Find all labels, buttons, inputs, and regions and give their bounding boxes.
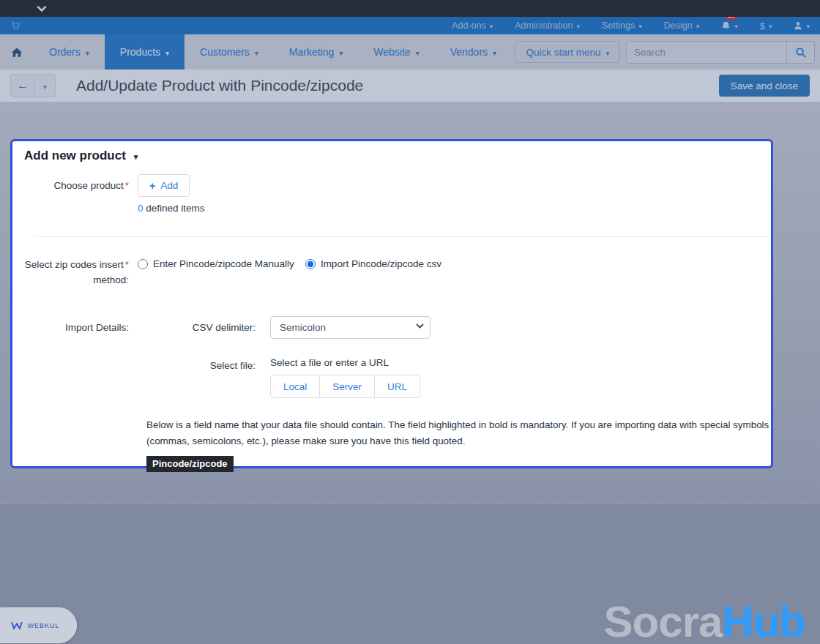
csv-delimiter-select[interactable]: Semicolon <box>270 316 430 339</box>
nav-item-home[interactable] <box>0 34 34 70</box>
menu-item-design[interactable]: Design <box>664 20 699 31</box>
notifications-menu[interactable]: 19 <box>721 20 738 31</box>
caret-down-icon <box>416 46 420 58</box>
caret-down-icon <box>769 20 772 31</box>
search-icon <box>795 47 806 58</box>
add-button-label: Add <box>160 180 178 191</box>
menu-item-administration[interactable]: Administration <box>515 20 580 31</box>
add-product-button[interactable]: + Add <box>138 174 190 197</box>
file-hint-text: Select a file or enter a URL <box>270 357 420 368</box>
nav-item-products[interactable]: Products <box>105 34 184 70</box>
webkul-logo-icon <box>11 621 23 630</box>
caret-down-icon <box>255 46 258 58</box>
back-dropdown-button[interactable] <box>35 75 55 97</box>
menu-item-addons[interactable]: Add-ons <box>452 20 493 31</box>
home-icon <box>12 48 22 57</box>
caret-down-icon <box>134 149 138 163</box>
nav-item-website[interactable]: Website <box>358 34 434 70</box>
caret-down-icon <box>490 20 493 31</box>
nav-item-label: Vendors <box>450 46 488 58</box>
save-and-close-button[interactable]: Save and close <box>719 75 810 97</box>
nav-item-label: Orders <box>49 46 81 58</box>
quick-start-menu-label: Quick start menu <box>526 47 600 58</box>
nav-right-tools: Quick start menu <box>515 34 820 70</box>
plus-icon: + <box>149 180 155 192</box>
label-text: Select zip codes insert <box>25 259 124 270</box>
radio-enter-manually[interactable]: Enter Pincode/zipcode Manually <box>138 258 294 269</box>
required-asterisk: * <box>125 259 129 270</box>
caret-down-icon <box>696 20 700 31</box>
zip-method-label: Select zip codes insert* method: <box>24 257 138 288</box>
menu-item-label: Settings <box>602 20 635 31</box>
nav-item-orders[interactable]: Orders <box>34 34 105 70</box>
file-tab-local[interactable]: Local <box>270 375 320 398</box>
main-navigation-bar: Orders Products Customers Marketing Webs… <box>0 34 820 70</box>
panel-heading-toggle[interactable]: Add new product <box>24 149 138 163</box>
search-button[interactable] <box>786 42 814 63</box>
search-input[interactable] <box>627 42 786 63</box>
watermark-blue-part: Hub <box>722 597 805 644</box>
page-title-bar: Add/Update Product with Pincode/zipcode … <box>0 70 820 102</box>
back-button[interactable] <box>11 75 35 97</box>
nav-item-customers[interactable]: Customers <box>184 34 274 70</box>
caret-down-icon <box>734 20 738 31</box>
nav-item-label: Customers <box>200 46 250 58</box>
section-divider <box>34 236 771 237</box>
caret-down-icon <box>806 20 810 31</box>
radio-enter-manually-input[interactable] <box>138 259 148 269</box>
select-file-control: Select a file or enter a URL Local Serve… <box>270 357 420 398</box>
user-icon <box>794 21 802 30</box>
label-text: Choose product <box>53 180 123 191</box>
menu-item-settings[interactable]: Settings <box>602 20 642 31</box>
radio-import-csv-input[interactable] <box>305 259 316 269</box>
radio-label: Import Pincode/zipcode csv <box>321 258 441 269</box>
top-dark-bar <box>0 0 820 17</box>
caret-down-icon <box>576 20 580 31</box>
caret-down-icon <box>605 47 609 58</box>
required-asterisk: * <box>125 180 129 191</box>
choose-product-row: Choose product* + Add 0 defined items <box>24 174 759 214</box>
csv-delimiter-label: CSV delimiter: <box>138 322 270 333</box>
csv-delimiter-select-wrap: Semicolon <box>270 316 430 339</box>
back-button-group <box>10 74 56 97</box>
label-text: method: <box>24 272 129 288</box>
menu-item-label: Design <box>664 20 693 31</box>
collapse-chevron-down-icon[interactable] <box>37 6 47 12</box>
storefront-cart-icon[interactable] <box>10 20 21 31</box>
page-title: Add/Update Product with Pincode/zipcode <box>76 77 363 94</box>
file-source-tabs: Local Server URL <box>270 375 420 398</box>
file-tab-url[interactable]: URL <box>375 375 420 398</box>
currency-symbol: $ <box>760 20 765 31</box>
radio-label: Enter Pincode/zipcode Manually <box>153 258 294 269</box>
admin-menu-bar: Add-ons Administration Settings Design 1… <box>0 17 820 34</box>
webkul-badge[interactable]: WEBKUL <box>0 607 77 643</box>
import-details-controls: CSV delimiter: Semicolon Select file: Se… <box>138 316 430 398</box>
nav-item-vendors[interactable]: Vendors <box>435 34 512 70</box>
radio-import-csv[interactable]: Import Pincode/zipcode csv <box>305 258 441 269</box>
csv-delimiter-subrow: CSV delimiter: Semicolon <box>138 316 430 339</box>
field-name-badge: Pincode/zipcode <box>146 456 234 472</box>
quick-start-menu-button[interactable]: Quick start menu <box>515 41 620 63</box>
menu-item-label: Add-ons <box>452 20 486 31</box>
defined-items-count[interactable]: 0 <box>138 203 144 214</box>
user-account-menu[interactable] <box>794 20 810 31</box>
footer-area: WEBKUL SocraHub <box>0 503 820 644</box>
file-tab-server[interactable]: Server <box>320 375 375 398</box>
bell-icon <box>721 21 731 31</box>
select-file-label: Select file: <box>138 357 270 371</box>
nav-item-label: Website <box>373 46 410 58</box>
caret-down-icon <box>165 46 169 58</box>
nav-item-label: Marketing <box>289 46 334 58</box>
watermark-gray-part: Socra <box>604 597 723 644</box>
webkul-brand-label: WEBKUL <box>27 622 59 629</box>
caret-down-icon <box>339 46 343 58</box>
menu-item-label: Administration <box>515 20 573 31</box>
caret-down-icon <box>493 46 496 58</box>
admin-menu: Add-ons Administration Settings Design 1… <box>452 20 810 31</box>
caret-down-icon <box>638 20 642 31</box>
currency-menu[interactable]: $ <box>760 20 772 31</box>
panel-heading-label: Add new product <box>24 149 126 163</box>
nav-item-label: Products <box>120 46 160 58</box>
nav-item-marketing[interactable]: Marketing <box>274 34 359 70</box>
zip-method-row: Select zip codes insert* method: Enter P… <box>24 257 759 288</box>
